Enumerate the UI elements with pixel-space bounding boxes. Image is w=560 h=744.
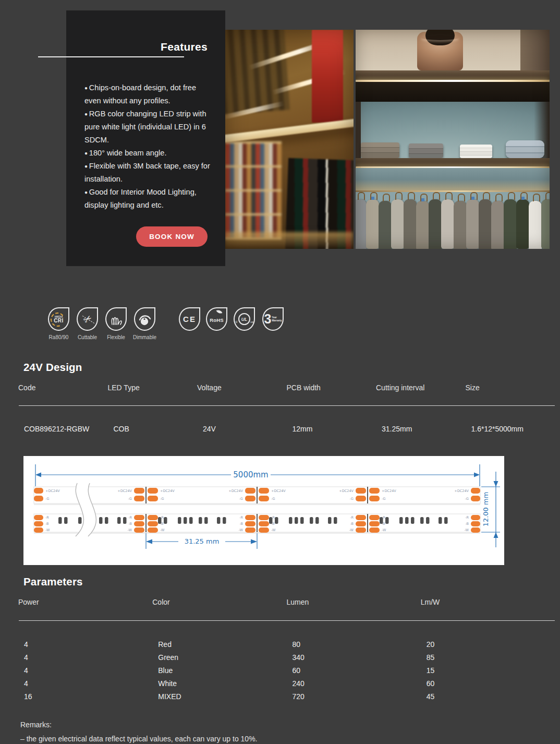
params-cell: 720	[287, 692, 421, 701]
design-col-header: PCB width	[287, 383, 376, 392]
book-now-button[interactable]: BOOK NOW	[136, 226, 208, 247]
svg-text:-W: -W	[160, 528, 165, 532]
rohs-icon: RoHS	[206, 307, 227, 331]
params-col-header: Color	[152, 598, 286, 606]
high-cri-icon: HIGH CRI Ra80/90	[48, 307, 69, 331]
params-cell: Green	[152, 653, 286, 662]
svg-text:-B: -B	[465, 522, 469, 526]
strip-technical-drawing: +DC24V -G +DC24V +DC24V -G -G	[23, 456, 504, 565]
garment	[466, 199, 479, 249]
garment	[479, 199, 492, 249]
garment	[441, 199, 454, 249]
warranty-text: 3 Year Warranty	[264, 313, 282, 326]
dimmable-icon: Dimmable	[134, 307, 155, 331]
badge-label: Dimmable	[133, 334, 156, 340]
parameters-section: Parameters Power Color Lumen Lm/W 4 Red …	[18, 575, 555, 711]
params-col-header: Lm/W	[421, 598, 555, 606]
garment	[491, 201, 504, 249]
svg-text:+DC24V: +DC24V	[45, 489, 60, 493]
photo-detail	[356, 166, 550, 168]
svg-text:-B: -B	[45, 522, 49, 526]
svg-text:-R: -R	[128, 515, 132, 520]
feature-item: 180° wide beam angle.	[84, 147, 212, 160]
photo-detail	[356, 80, 550, 82]
feature-item: RGB color changing LED strip with pure w…	[84, 107, 212, 147]
photo-detail	[356, 158, 550, 166]
photo-detail	[312, 30, 343, 123]
garment	[529, 201, 542, 249]
width-dimension: 12.00 mm	[481, 472, 500, 547]
photo-detail	[356, 70, 550, 80]
length-dimension: 5000mm	[35, 464, 480, 486]
photo-detail	[361, 142, 399, 158]
design-col-header: LED Type	[108, 383, 198, 392]
certification-badges: HIGH CRI Ra80/90 ✂ Cuttable Flexible Dim…	[48, 307, 382, 341]
params-col-header: Power	[18, 598, 152, 606]
garment	[516, 199, 529, 249]
ul-circle: UL	[238, 313, 250, 325]
params-cell: 16	[18, 692, 152, 701]
design-cell: COB896212-RGBW	[18, 425, 108, 433]
svg-text:-G: -G	[45, 497, 50, 501]
svg-text:5000mm: 5000mm	[233, 470, 268, 479]
wardrobe-photo	[356, 30, 550, 249]
photo-detail	[506, 140, 544, 158]
svg-text:-R: -R	[45, 515, 49, 520]
design-col-header: Size	[466, 383, 555, 392]
design-cell: 31.25mm	[376, 425, 466, 433]
coil-glyph	[108, 311, 125, 328]
badge-label: Cuttable	[78, 334, 97, 340]
garment	[356, 199, 367, 249]
svg-text:-R: -R	[465, 515, 469, 520]
ul-icon: c UL us	[234, 307, 255, 331]
photo-detail	[285, 158, 354, 249]
svg-text:-W: -W	[45, 528, 50, 532]
svg-text:-G: -G	[160, 497, 164, 501]
photo-detail	[225, 30, 354, 249]
table-row: 4 Green 340 85	[18, 651, 555, 664]
params-cell: 4	[18, 679, 152, 688]
pad-group: -R -B -W	[34, 515, 50, 533]
photo-detail	[225, 30, 290, 114]
params-cell: MIXED	[152, 692, 286, 701]
svg-text:-G: -G	[465, 497, 469, 501]
garment	[504, 199, 517, 249]
dimmer-glyph	[136, 310, 154, 328]
table-row: 4 Red 80 20	[18, 638, 555, 651]
parameters-title: Parameters	[23, 575, 83, 588]
design-col-header: Cutting interval	[376, 383, 466, 392]
params-cell: Red	[152, 640, 286, 649]
params-cell: 20	[421, 640, 555, 649]
garment	[429, 199, 442, 249]
photo-detail	[249, 38, 334, 70]
table-row: 4 White 240 60	[18, 677, 555, 690]
svg-text:-R: -R	[160, 515, 164, 520]
params-cell: 340	[287, 653, 421, 662]
garment	[454, 201, 467, 249]
design-cell: 1.6*12*5000mm	[466, 425, 555, 433]
table-row: 4 Blue 60 15	[18, 664, 555, 677]
svg-text:+DC24V: +DC24V	[117, 489, 132, 493]
design-cell: COB	[108, 425, 198, 433]
params-cell: 4	[18, 666, 152, 675]
garment	[404, 199, 417, 249]
garment	[541, 199, 550, 249]
svg-text:-B: -B	[128, 522, 132, 526]
photo-detail	[225, 141, 282, 239]
photo-detail	[356, 82, 550, 102]
params-cell: 240	[287, 679, 421, 688]
leaf-glyph	[216, 308, 223, 315]
garment	[416, 201, 429, 249]
svg-text:12.00 mm: 12.00 mm	[482, 492, 490, 527]
params-cell: 80	[287, 640, 421, 649]
photo-detail	[356, 168, 550, 192]
garment	[391, 199, 404, 249]
product-page: Features Chips-on-board design, dot free…	[0, 0, 560, 744]
strip-drawing-svg: +DC24V -G +DC24V +DC24V -G -G	[23, 456, 504, 565]
photo-detail	[225, 101, 284, 120]
params-cell: 4	[18, 653, 152, 662]
photo-detail	[356, 192, 550, 249]
params-cell: 45	[421, 692, 555, 701]
table-row: 16 MIXED 720 45	[18, 690, 555, 703]
photo-detail	[356, 190, 550, 192]
